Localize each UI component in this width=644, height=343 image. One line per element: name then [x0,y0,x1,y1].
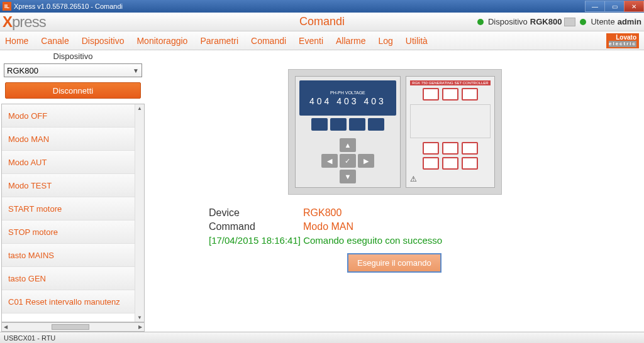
detail-command-label: Command [209,221,265,232]
cmd-modo-aut[interactable]: Modo AUT [2,151,144,174]
user-label: Utente [591,17,614,26]
chevron-down-icon: ▼ [133,67,139,74]
command-list: Modo OFF Modo MAN Modo AUT Modo TEST STA… [1,104,145,322]
device-lcd-panel: PH-PH VOLTAGE 404 403 403 ▲ ◀✓▶ ▼ [295,76,401,188]
nav-monitoraggio[interactable]: Monitoraggio [136,36,187,46]
nav-utilita[interactable]: Utilità [406,36,428,46]
user-value: admin [618,17,641,26]
nav-parametri[interactable]: Parametri [200,36,238,46]
nav-home[interactable]: Home [5,36,28,46]
arrow-down-icon: ▼ [340,170,356,183]
status-bar: USBCX01 - RTU [0,332,644,343]
nav-canale[interactable]: Canale [41,36,69,46]
window-title: Xpress v1.0.5578.26510 - Comandi [14,3,123,10]
close-button[interactable]: ✕ [624,1,644,12]
sidebar-title: Dispositivo [0,50,146,62]
cmd-modo-test[interactable]: Modo TEST [2,174,144,197]
detail-device-value: RGK800 [303,207,341,219]
nav-log[interactable]: Log [378,36,392,46]
status-text: USBCX01 - RTU [4,334,55,342]
nav-dispositivo[interactable]: Dispositivo [82,36,125,46]
check-icon: ✓ [340,154,356,168]
list-scrollbar[interactable] [135,104,144,322]
window-controls: — ▭ ✕ [586,1,644,12]
minimize-button[interactable]: — [585,1,605,12]
device-combo-value: RGK800 [7,66,38,75]
page-title: Comandi [299,15,345,28]
maximize-button[interactable]: ▭ [604,1,625,12]
main-panel: PH-PH VOLTAGE 404 403 403 ▲ ◀✓▶ ▼ RGK 75… [146,50,644,332]
window-titlebar: IL Xpress v1.0.5578.26510 - Comandi — ▭ … [0,0,644,13]
vendor-logo: Lovato electric [606,33,639,48]
cmd-tasto-gen[interactable]: tasto GEN [2,267,144,290]
device-combo[interactable]: RGK800 ▼ [4,63,142,77]
sidebar: Dispositivo RGK800 ▼ Disconnetti Modo OF… [0,50,146,332]
nav-eventi[interactable]: Eventi [299,36,323,46]
app-icon: IL [3,2,11,11]
header-status: Dispositivo RGK800 Utente admin [475,17,641,26]
detail-command-value: Modo MAN [303,221,353,232]
arrow-right-icon: ▶ [358,154,374,168]
device-status-dot [477,19,484,25]
arrow-left-icon: ◀ [321,154,338,168]
cmd-stop-motore[interactable]: STOP motore [2,220,144,244]
disconnect-button[interactable]: Disconnetti [5,82,141,99]
detail-device-label: Device [209,207,265,219]
cmd-c01-reset[interactable]: C01 Reset intervallo manutenz [2,290,144,313]
nav-allarme[interactable]: Allarme [336,36,365,46]
cmd-tasto-mains[interactable]: tasto MAINS [2,244,144,267]
device-image: PH-PH VOLTAGE 404 403 403 ▲ ◀✓▶ ▼ RGK 75… [288,69,502,195]
nav-comandi[interactable]: Comandi [251,36,286,46]
cmd-modo-man[interactable]: Modo MAN [2,128,144,151]
command-details: Device RGK800 Command Modo MAN [17/04/20… [209,207,619,273]
main-nav: Home Canale Dispositivo Monitoraggio Par… [0,31,644,50]
cmd-start-motore[interactable]: START motore [2,197,144,220]
user-status-dot [580,19,586,25]
app-header: Xpress Comandi Dispositivo RGK800 Utente… [0,13,644,31]
device-value: RGK800 [530,17,562,26]
list-h-scrollbar[interactable]: ◀▶ [1,322,145,332]
success-message: [17/04/2015 18:16:41] Comando eseguito c… [209,235,619,246]
device-chip[interactable] [564,18,575,26]
app-brand: Xpress [3,13,46,31]
device-keypad-panel: RGK 750 GENERATING SET CONTROLLER ⚠ [406,76,495,188]
warning-icon: ⚠ [410,175,491,183]
lcd-screen: PH-PH VOLTAGE 404 403 403 [299,80,396,116]
arrow-up-icon: ▲ [340,138,356,152]
device-label: Dispositivo [488,17,528,26]
execute-command-button[interactable]: Eseguire il comando [347,253,441,273]
cmd-modo-off[interactable]: Modo OFF [2,104,144,128]
